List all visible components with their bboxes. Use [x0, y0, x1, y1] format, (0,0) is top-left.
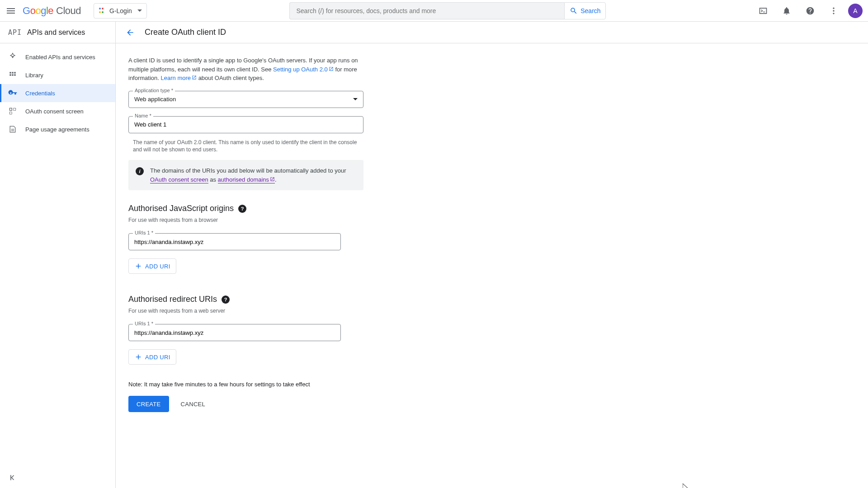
arrow-left-icon: [126, 28, 135, 37]
oauth-consent-link[interactable]: OAuth consent screen: [150, 176, 208, 183]
info-icon: i: [136, 167, 144, 175]
name-field: Name *: [128, 116, 363, 133]
chevron-down-icon: [353, 98, 358, 100]
nav-page-usage[interactable]: Page usage agreements: [0, 120, 115, 138]
search-icon: [570, 7, 578, 15]
svg-rect-8: [12, 74, 13, 75]
js-origins-uri-input[interactable]: [134, 239, 335, 245]
plus-icon: [134, 353, 142, 361]
section-title: APIs and services: [27, 28, 85, 37]
title-bar: API APIs and services Create OAuth clien…: [0, 22, 868, 43]
domains-info-box: i The domains of the URIs you add below …: [128, 160, 363, 190]
chevron-down-icon: [137, 9, 142, 12]
page-header: Create OAuth client ID: [116, 27, 226, 38]
content-area: A client ID is used to identify a single…: [116, 43, 868, 488]
js-origins-heading-row: Authorised JavaScript origins ?: [128, 204, 363, 213]
plus-icon: [134, 262, 142, 270]
external-link-icon: [192, 74, 197, 79]
svg-rect-12: [9, 112, 12, 114]
learn-more-link[interactable]: Learn more: [161, 75, 197, 81]
redirect-uri-label: URIs 1 *: [133, 321, 155, 326]
js-origins-uri-field: URIs 1 *: [128, 233, 341, 250]
svg-rect-11: [14, 108, 16, 110]
project-name: G-Login: [109, 7, 132, 14]
search-button-label: Search: [580, 7, 600, 14]
js-origins-add-uri-button[interactable]: ADD URI: [128, 258, 176, 274]
svg-point-2: [833, 13, 834, 14]
notifications-icon[interactable]: [778, 2, 796, 20]
search-box: Search: [289, 2, 606, 19]
project-icon: [99, 7, 106, 14]
nav-credentials[interactable]: Credentials: [0, 84, 115, 102]
help-icon[interactable]: [801, 2, 819, 20]
intro-text: A client ID is used to identify a single…: [128, 56, 363, 83]
cancel-button[interactable]: CANCEL: [176, 396, 210, 412]
svg-rect-5: [12, 72, 13, 73]
setting-up-link[interactable]: Setting up OAuth 2.0: [273, 66, 334, 73]
application-type-select[interactable]: Web application: [128, 91, 363, 108]
note-text: Note: It may take five minutes to a few …: [128, 381, 363, 388]
js-origins-heading: Authorised JavaScript origins: [128, 204, 234, 213]
search-button[interactable]: Search: [564, 2, 606, 19]
js-origins-help-icon[interactable]: ?: [238, 205, 246, 213]
redirect-sub: For use with requests from a web server: [128, 308, 363, 314]
svg-rect-6: [14, 72, 15, 73]
svg-rect-10: [9, 108, 12, 110]
key-icon: [8, 89, 17, 98]
account-avatar[interactable]: A: [848, 4, 863, 18]
more-icon[interactable]: [825, 2, 843, 20]
cloud-wordmark: Cloud: [56, 5, 81, 17]
sidebar-nav: Enabled APIs and services Library Creden…: [0, 43, 116, 488]
collapse-sidebar-button[interactable]: [8, 473, 17, 483]
external-link-icon: [329, 65, 334, 70]
hamburger-menu-icon[interactable]: [5, 5, 16, 16]
project-picker[interactable]: G-Login: [94, 3, 147, 19]
js-origins-sub: For use with requests from a browser: [128, 217, 363, 223]
application-type-field: Application type * Web application: [128, 91, 363, 108]
back-button[interactable]: [125, 27, 136, 38]
nav-oauth-consent[interactable]: OAuth consent screen: [0, 102, 115, 120]
svg-rect-9: [14, 74, 15, 75]
svg-point-3: [12, 56, 13, 57]
chevron-left-icon: [8, 473, 17, 482]
nav-enabled-apis[interactable]: Enabled APIs and services: [0, 48, 115, 66]
agreements-icon: [8, 125, 17, 134]
nav-library[interactable]: Library: [0, 66, 115, 84]
svg-point-1: [833, 10, 834, 11]
name-helper: The name of your OAuth 2.0 client. This …: [128, 137, 363, 160]
redirect-heading: Authorised redirect URIs: [128, 295, 217, 304]
name-label: Name *: [133, 113, 153, 118]
top-utility-icons: A: [754, 2, 863, 20]
create-button[interactable]: CREATE: [128, 396, 169, 412]
search-input[interactable]: [289, 2, 564, 19]
svg-rect-4: [9, 72, 11, 73]
svg-rect-7: [9, 74, 11, 75]
section-header: API APIs and services: [0, 22, 116, 43]
apis-icon: [8, 52, 17, 61]
google-wordmark: Google: [23, 5, 53, 17]
svg-point-0: [833, 7, 834, 9]
authorised-domains-link[interactable]: authorised domains: [218, 176, 275, 183]
redirect-uri-input[interactable]: [134, 329, 335, 336]
redirect-heading-row: Authorised redirect URIs ?: [128, 295, 363, 304]
consent-icon: [8, 107, 17, 116]
google-cloud-logo[interactable]: Google Cloud: [20, 5, 84, 17]
api-badge: API: [8, 28, 22, 37]
application-type-label: Application type *: [133, 88, 175, 93]
action-row: CREATE CANCEL: [128, 396, 363, 412]
name-input[interactable]: [134, 121, 358, 128]
redirect-help-icon[interactable]: ?: [222, 296, 230, 304]
page-title: Create OAuth client ID: [145, 28, 226, 37]
redirect-uri-field: URIs 1 *: [128, 324, 341, 341]
external-link-icon: [270, 175, 275, 180]
js-origins-uri-label: URIs 1 *: [133, 230, 155, 235]
redirect-add-uri-button[interactable]: ADD URI: [128, 349, 176, 365]
library-icon: [8, 70, 17, 80]
top-bar: Google Cloud G-Login Search A: [0, 0, 868, 22]
cloud-shell-icon[interactable]: [754, 2, 772, 20]
